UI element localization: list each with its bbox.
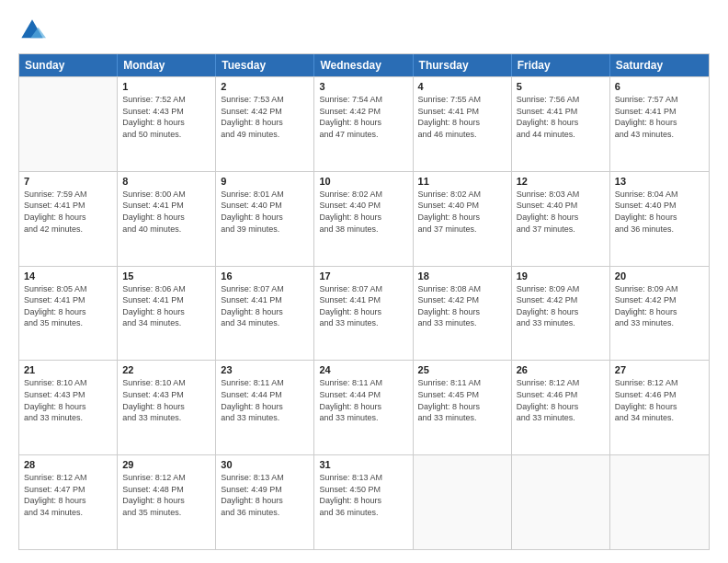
cell-date: 19	[517, 270, 605, 282]
cell-date: 20	[615, 270, 704, 282]
cell-info: Sunrise: 8:07 AMSunset: 4:41 PMDaylight:…	[221, 283, 309, 329]
cal-cell: 23Sunrise: 8:11 AMSunset: 4:44 PMDayligh…	[216, 361, 314, 454]
cell-info: Sunrise: 8:10 AMSunset: 4:43 PMDaylight:…	[122, 377, 210, 423]
cal-cell: 1Sunrise: 7:52 AMSunset: 4:43 PMDaylight…	[118, 77, 216, 171]
cell-info: Sunrise: 8:02 AMSunset: 4:40 PMDaylight:…	[418, 189, 506, 235]
cal-cell: 29Sunrise: 8:12 AMSunset: 4:48 PMDayligh…	[118, 455, 216, 549]
cell-date: 27	[615, 364, 704, 375]
logo-icon	[18, 17, 46, 44]
cell-date: 12	[517, 176, 605, 187]
cal-cell: 31Sunrise: 8:13 AMSunset: 4:50 PMDayligh…	[314, 455, 413, 549]
cell-info: Sunrise: 8:01 AMSunset: 4:40 PMDaylight:…	[221, 189, 309, 235]
cell-date: 17	[319, 270, 407, 282]
cell-date: 23	[221, 364, 309, 375]
cell-info: Sunrise: 7:57 AMSunset: 4:41 PMDaylight:…	[615, 94, 704, 140]
cell-date: 11	[418, 176, 506, 187]
cal-cell: 17Sunrise: 8:07 AMSunset: 4:41 PMDayligh…	[314, 267, 413, 361]
cell-date: 9	[221, 176, 309, 187]
week-row-4: 21Sunrise: 8:10 AMSunset: 4:43 PMDayligh…	[19, 360, 709, 454]
cal-cell: 27Sunrise: 8:12 AMSunset: 4:46 PMDayligh…	[610, 361, 709, 454]
cell-info: Sunrise: 8:11 AMSunset: 4:44 PMDaylight:…	[319, 377, 407, 423]
cell-date: 15	[122, 270, 210, 282]
cell-date: 14	[24, 270, 112, 282]
cal-cell: 24Sunrise: 8:11 AMSunset: 4:44 PMDayligh…	[314, 361, 413, 454]
cal-cell: 7Sunrise: 7:59 AMSunset: 4:41 PMDaylight…	[19, 172, 118, 266]
cal-cell: 8Sunrise: 8:00 AMSunset: 4:41 PMDaylight…	[118, 172, 216, 266]
cal-cell: 10Sunrise: 8:02 AMSunset: 4:40 PMDayligh…	[314, 172, 413, 266]
cal-cell: 19Sunrise: 8:09 AMSunset: 4:42 PMDayligh…	[512, 267, 610, 361]
cell-info: Sunrise: 8:12 AMSunset: 4:48 PMDaylight:…	[122, 472, 210, 518]
cell-info: Sunrise: 8:08 AMSunset: 4:42 PMDaylight:…	[418, 283, 506, 329]
logo	[18, 17, 50, 44]
cell-date: 2	[221, 81, 309, 92]
cell-date: 6	[615, 81, 704, 92]
cell-date: 5	[517, 81, 605, 92]
cal-cell	[19, 77, 118, 171]
week-row-5: 28Sunrise: 8:12 AMSunset: 4:47 PMDayligh…	[19, 454, 709, 549]
cell-date: 13	[615, 176, 704, 187]
cal-cell	[610, 455, 709, 549]
cal-cell: 9Sunrise: 8:01 AMSunset: 4:40 PMDaylight…	[216, 172, 314, 266]
cal-cell: 22Sunrise: 8:10 AMSunset: 4:43 PMDayligh…	[118, 361, 216, 454]
cell-info: Sunrise: 8:11 AMSunset: 4:44 PMDaylight:…	[221, 377, 309, 423]
cell-info: Sunrise: 8:06 AMSunset: 4:41 PMDaylight:…	[122, 283, 210, 329]
header-day-thursday: Thursday	[414, 54, 512, 76]
cal-cell: 28Sunrise: 8:12 AMSunset: 4:47 PMDayligh…	[19, 455, 118, 549]
header-day-saturday: Saturday	[610, 54, 709, 76]
cal-cell: 2Sunrise: 7:53 AMSunset: 4:42 PMDaylight…	[216, 77, 314, 171]
cal-cell: 5Sunrise: 7:56 AMSunset: 4:41 PMDaylight…	[512, 77, 610, 171]
cell-info: Sunrise: 8:11 AMSunset: 4:45 PMDaylight:…	[418, 377, 506, 423]
cell-info: Sunrise: 8:00 AMSunset: 4:41 PMDaylight:…	[122, 189, 210, 235]
cal-cell: 18Sunrise: 8:08 AMSunset: 4:42 PMDayligh…	[414, 267, 512, 361]
cell-date: 25	[418, 364, 506, 375]
cal-cell: 25Sunrise: 8:11 AMSunset: 4:45 PMDayligh…	[414, 361, 512, 454]
cal-cell	[414, 455, 512, 549]
cell-info: Sunrise: 7:59 AMSunset: 4:41 PMDaylight:…	[24, 189, 112, 235]
cell-date: 4	[418, 81, 506, 92]
cal-cell: 3Sunrise: 7:54 AMSunset: 4:42 PMDaylight…	[314, 77, 413, 171]
cal-cell: 13Sunrise: 8:04 AMSunset: 4:40 PMDayligh…	[610, 172, 709, 266]
calendar-header: SundayMondayTuesdayWednesdayThursdayFrid…	[19, 54, 709, 76]
cell-date: 26	[517, 364, 605, 375]
cell-info: Sunrise: 8:05 AMSunset: 4:41 PMDaylight:…	[24, 283, 112, 329]
cell-date: 7	[24, 176, 112, 187]
cell-date: 3	[319, 81, 407, 92]
cell-date: 21	[24, 364, 112, 375]
cal-cell: 30Sunrise: 8:13 AMSunset: 4:49 PMDayligh…	[216, 455, 314, 549]
cell-info: Sunrise: 8:03 AMSunset: 4:40 PMDaylight:…	[517, 189, 605, 235]
cell-info: Sunrise: 8:13 AMSunset: 4:50 PMDaylight:…	[319, 472, 407, 518]
cell-date: 18	[418, 270, 506, 282]
cal-cell: 4Sunrise: 7:55 AMSunset: 4:41 PMDaylight…	[414, 77, 512, 171]
cal-cell: 26Sunrise: 8:12 AMSunset: 4:46 PMDayligh…	[512, 361, 610, 454]
page: SundayMondayTuesdayWednesdayThursdayFrid…	[0, 0, 728, 563]
cell-date: 1	[122, 81, 210, 92]
calendar: SundayMondayTuesdayWednesdayThursdayFrid…	[18, 53, 710, 550]
cell-info: Sunrise: 7:53 AMSunset: 4:42 PMDaylight:…	[221, 94, 309, 140]
cell-date: 30	[221, 459, 309, 470]
calendar-body: 1Sunrise: 7:52 AMSunset: 4:43 PMDaylight…	[19, 76, 709, 549]
cal-cell	[512, 455, 610, 549]
cal-cell: 16Sunrise: 8:07 AMSunset: 4:41 PMDayligh…	[216, 267, 314, 361]
header-day-wednesday: Wednesday	[314, 54, 413, 76]
cal-cell: 20Sunrise: 8:09 AMSunset: 4:42 PMDayligh…	[610, 267, 709, 361]
cell-date: 10	[319, 176, 407, 187]
cell-info: Sunrise: 8:10 AMSunset: 4:43 PMDaylight:…	[24, 377, 112, 423]
cell-info: Sunrise: 8:12 AMSunset: 4:47 PMDaylight:…	[24, 472, 112, 518]
week-row-1: 1Sunrise: 7:52 AMSunset: 4:43 PMDaylight…	[19, 76, 709, 171]
cell-date: 28	[24, 459, 112, 470]
cell-date: 22	[122, 364, 210, 375]
week-row-2: 7Sunrise: 7:59 AMSunset: 4:41 PMDaylight…	[19, 171, 709, 266]
cell-info: Sunrise: 8:12 AMSunset: 4:46 PMDaylight:…	[517, 377, 605, 423]
cal-cell: 11Sunrise: 8:02 AMSunset: 4:40 PMDayligh…	[414, 172, 512, 266]
cal-cell: 15Sunrise: 8:06 AMSunset: 4:41 PMDayligh…	[118, 267, 216, 361]
cal-cell: 21Sunrise: 8:10 AMSunset: 4:43 PMDayligh…	[19, 361, 118, 454]
cell-info: Sunrise: 8:04 AMSunset: 4:40 PMDaylight:…	[615, 189, 704, 235]
cell-date: 24	[319, 364, 407, 375]
cal-cell: 12Sunrise: 8:03 AMSunset: 4:40 PMDayligh…	[512, 172, 610, 266]
cell-date: 16	[221, 270, 309, 282]
cell-date: 8	[122, 176, 210, 187]
cell-date: 31	[319, 459, 407, 470]
cell-info: Sunrise: 8:13 AMSunset: 4:49 PMDaylight:…	[221, 472, 309, 518]
header-day-sunday: Sunday	[19, 54, 118, 76]
cell-info: Sunrise: 8:09 AMSunset: 4:42 PMDaylight:…	[615, 283, 704, 329]
